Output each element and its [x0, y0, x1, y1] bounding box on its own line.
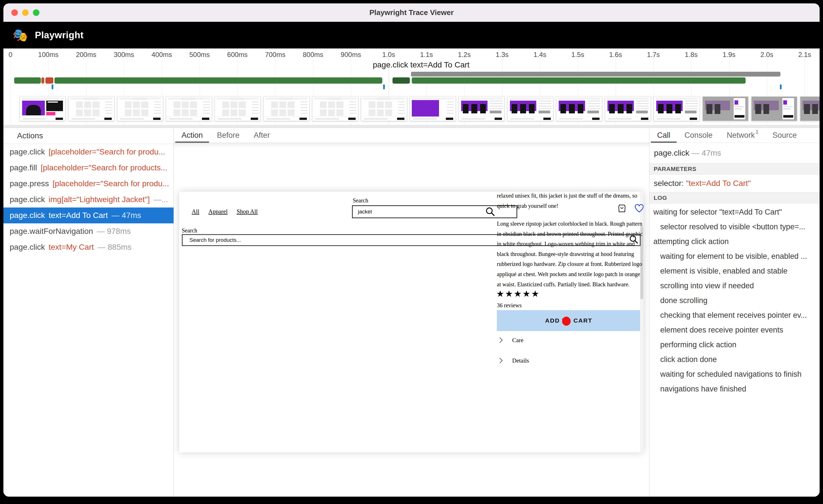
decor [630, 236, 636, 241]
action-item[interactable]: page.fill[placeholder="Search for produc… [3, 160, 174, 176]
decor [559, 100, 585, 111]
accordion-details[interactable]: Details [497, 356, 529, 364]
decor [510, 118, 534, 119]
parameters-section-header: PARAMETERS [649, 163, 820, 175]
log-entry: waiting for element to be visible, enabl… [649, 249, 820, 264]
filmstrip-thumbnail-products-grid[interactable] [312, 96, 358, 121]
action-item[interactable]: page.clicktext=My Cart— 885ms [3, 239, 174, 255]
snapshot-icons [617, 203, 644, 214]
tab-action[interactable]: Action [174, 128, 210, 143]
action-method: page.click [10, 211, 45, 220]
filmstrip-thumbnail-home-hero[interactable] [20, 96, 65, 121]
filmstrip-thumbnail-products-grid[interactable] [264, 96, 309, 121]
tab-label: Call [657, 131, 670, 140]
filmstrip[interactable] [3, 94, 820, 125]
decor [462, 118, 485, 119]
tab-label: Console [685, 131, 713, 140]
filmstrip-thumbnail-products-grid[interactable] [117, 96, 163, 121]
search-magnifier-icon[interactable] [485, 206, 496, 217]
filmstrip-thumbnail-products-grid[interactable] [68, 96, 114, 121]
log-list: waiting for selector "text=Add To Cart"s… [649, 204, 820, 396]
decor [118, 116, 163, 121]
filmstrip-thumbnail-product-detail[interactable] [605, 96, 651, 121]
action-item[interactable]: page.click[placeholder="Search for produ… [3, 144, 174, 160]
timeline[interactable]: page.click text=Add To Cart 0100ms200ms3… [3, 48, 820, 94]
filmstrip-thumbnail-product-detail[interactable] [507, 96, 553, 121]
decor [328, 109, 335, 116]
filmstrip-thumbnail-products-grid[interactable] [166, 96, 212, 121]
timeline-bar-error[interactable] [45, 77, 53, 84]
decor [141, 101, 148, 108]
decor [520, 104, 526, 113]
filmstrip-thumbnail-cart-overlay[interactable] [800, 96, 820, 121]
horizontal-splitter[interactable] [3, 125, 820, 128]
nav-link-all[interactable]: All [192, 208, 199, 215]
timeline-bar-action_selected[interactable] [392, 77, 410, 84]
actions-list: page.click[placeholder="Search for produ… [3, 144, 174, 255]
timeline-tick-label: 800ms [303, 51, 323, 59]
decor [804, 104, 810, 114]
decor [300, 117, 307, 120]
decor [812, 104, 818, 114]
tab-source[interactable]: Source [766, 128, 804, 143]
nav-link-shop-all[interactable]: Shop All [236, 208, 258, 215]
decor [264, 116, 309, 121]
action-item[interactable]: page.press[placeholder="Search for produ… [3, 176, 174, 192]
decor [174, 101, 180, 108]
filmstrip-thumbnail-products-grid[interactable] [215, 96, 261, 121]
timeline-bar-action[interactable] [54, 77, 382, 84]
timeline-tick-label: 700ms [265, 51, 285, 59]
decor [181, 98, 195, 100]
tab-network[interactable]: Network1 [720, 128, 766, 143]
timeline-bar-action[interactable] [14, 77, 40, 84]
tab-before[interactable]: Before [210, 128, 247, 143]
decor [656, 100, 683, 111]
decor [279, 98, 293, 100]
shopping-bag-icon[interactable] [617, 203, 627, 214]
decor [783, 100, 787, 104]
timeline-bar-action[interactable] [412, 77, 746, 84]
action-item[interactable]: page.waitForNavigation— 978ms [3, 223, 174, 239]
decor [230, 101, 237, 108]
search2-magnifier-icon[interactable] [629, 234, 639, 245]
tab-after[interactable]: After [247, 128, 277, 143]
timeline-tick-label: 1.5s [571, 51, 584, 59]
decor [385, 109, 392, 116]
decor [182, 109, 189, 116]
action-item[interactable]: page.clickimg[alt="Lightweight Jacket"]—… [3, 192, 174, 208]
filmstrip-thumbnail-cart-overlay[interactable] [702, 96, 749, 121]
decor [490, 110, 502, 113]
decor [125, 101, 148, 116]
action-item-selected[interactable]: page.clicktext=Add To Cart— 47ms [3, 208, 174, 223]
filmstrip-thumbnail-product-detail[interactable] [654, 96, 700, 121]
filmstrip-thumbnail-cart-overlay[interactable] [751, 96, 797, 121]
minimize-button[interactable] [22, 9, 29, 16]
decor [587, 110, 599, 113]
app-title: Playwright [35, 30, 84, 40]
zoom-button[interactable] [33, 9, 39, 16]
timeline-bar-error[interactable] [41, 77, 44, 84]
decor [22, 97, 63, 99]
filmstrip-thumbnail-product-detail[interactable] [459, 96, 504, 121]
decor [125, 101, 132, 108]
heart-icon[interactable] [634, 203, 644, 214]
close-button[interactable] [11, 9, 18, 16]
tab-call[interactable]: Call [650, 128, 677, 143]
decor [288, 109, 294, 116]
nav-link-apparel[interactable]: Apparel [208, 208, 228, 215]
snapshot-tabbar: ActionBeforeAfter [174, 128, 649, 143]
log-entry: click action done [649, 352, 820, 367]
decor [166, 116, 211, 121]
decor [71, 118, 95, 119]
filmstrip-thumbnail-product-hero[interactable] [410, 96, 456, 121]
decor [348, 117, 356, 120]
log-entry: performing click action [649, 337, 820, 352]
timeline-bar-pending[interactable] [411, 72, 781, 76]
filmstrip-thumbnail-products-grid[interactable] [361, 96, 407, 121]
accordion-care[interactable]: Care [497, 336, 523, 344]
tab-console[interactable]: Console [677, 128, 720, 143]
decor [538, 100, 551, 109]
decor [336, 109, 343, 116]
filmstrip-thumbnail-product-detail[interactable] [556, 96, 602, 121]
snapshot-content: AllApparelShop All Search Search relaxed… [174, 143, 649, 497]
